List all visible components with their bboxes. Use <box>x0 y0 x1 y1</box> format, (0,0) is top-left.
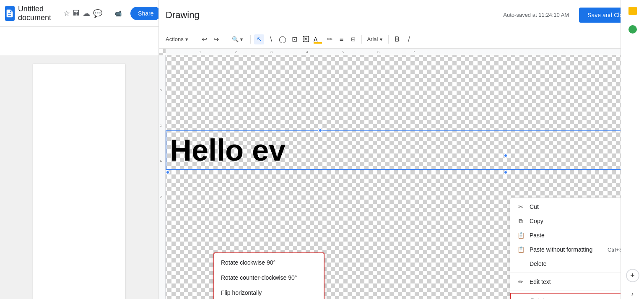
image-tool-icon[interactable]: 🖼 <box>301 34 311 44</box>
paste-label: Paste <box>530 232 545 239</box>
selection-handle-bottom-right[interactable] <box>504 170 508 174</box>
autosaved-text: Auto-saved at 11:24:10 AM <box>503 12 569 18</box>
paste-no-format-icon: 📋 <box>517 246 525 253</box>
meet-icon[interactable]: 📹 <box>110 6 125 21</box>
line-tool-icon[interactable]: \ <box>266 34 276 44</box>
selection-handle-top[interactable] <box>318 128 322 133</box>
copy-label: Copy <box>530 218 543 224</box>
top-bar: Untitled document ☆ 🖬 ☁ 💬 📹 Share <box>0 0 158 27</box>
delete-icon <box>517 260 525 268</box>
rotate-ccw-label: Rotate counter-clockwise 90° <box>221 274 297 281</box>
shape-tool-icon[interactable]: ◯ <box>278 34 288 44</box>
border-color-icon[interactable]: ✏ <box>325 34 335 44</box>
cloud-icon[interactable]: ☁ <box>83 9 90 18</box>
panel-icon-2[interactable] <box>625 22 640 37</box>
fill-color-icon[interactable]: A <box>313 34 323 44</box>
undo-icon[interactable]: ↩ <box>200 34 210 44</box>
paste-no-format-label: Paste without formatting <box>530 246 592 253</box>
rotate-cw-label: Rotate clockwise 90° <box>221 259 275 266</box>
rotate-cw-item[interactable]: Rotate clockwise 90° <box>214 255 324 270</box>
toolbar-separator-1 <box>196 35 196 44</box>
actions-button[interactable]: Actions ▼ <box>162 34 192 44</box>
add-panel-button[interactable]: + <box>626 269 639 282</box>
doc-top-bars: Untitled document ☆ 🖬 ☁ 💬 📹 Share <box>0 0 158 55</box>
save-icon[interactable]: 🖬 <box>73 9 80 18</box>
redo-icon[interactable]: ↪ <box>211 34 221 44</box>
toolbar-separator-5 <box>388 35 389 44</box>
comment-icon[interactable]: 💬 <box>90 6 105 21</box>
font-selector[interactable]: Arial ▼ <box>365 35 385 43</box>
actions-label: Actions <box>166 36 184 42</box>
toolbar-separator-2 <box>225 35 225 44</box>
ruler-vertical: 2 3 4 5 <box>159 55 166 299</box>
selection-handle-bottom-left[interactable] <box>166 170 170 174</box>
drawing-header: Drawing Auto-saved at 11:24:10 AM Save a… <box>159 0 644 30</box>
italic-icon[interactable]: I <box>404 34 414 44</box>
zoom-label: 🔍 <box>232 36 239 42</box>
doc-page <box>33 64 125 299</box>
star-icon[interactable]: ☆ <box>63 9 70 18</box>
textbox-tool-icon[interactable]: ⊡ <box>289 34 299 44</box>
align-left-icon[interactable]: ≡ <box>336 34 346 44</box>
doc-panel: Untitled document ☆ 🖬 ☁ 💬 📹 Share <box>0 0 158 299</box>
drawing-toolbar: Actions ▼ ↩ ↪ 🔍 ▼ ↖ \ ◯ ⊡ 🖼 A ✏ ≡ ⊟ Aria… <box>159 30 644 49</box>
share-button[interactable]: Share <box>130 7 161 20</box>
drawing-canvas[interactable]: 1 2 3 4 5 6 7 2 3 4 5 Hello ev ✂ <box>159 49 644 299</box>
canvas-text-element[interactable]: Hello ev <box>166 130 644 170</box>
panel-arrow-button[interactable]: › <box>628 289 638 299</box>
top-bar-left: Untitled document ☆ 🖬 ☁ <box>5 5 90 22</box>
doc-title: Untitled document <box>18 5 57 22</box>
zoom-button[interactable]: 🔍 ▼ <box>229 34 247 44</box>
font-name: Arial <box>367 36 378 42</box>
side-panels: + › <box>621 0 644 299</box>
cut-label: Cut <box>530 203 539 210</box>
doc-content <box>0 55 158 299</box>
font-dropdown-icon: ▼ <box>379 37 383 42</box>
edit-text-label: Edit text <box>530 278 551 285</box>
svg-text:A: A <box>314 36 318 43</box>
top-bar-icons: ☆ 🖬 ☁ <box>63 9 90 18</box>
select-tool-icon[interactable]: ↖ <box>254 34 264 44</box>
cut-icon: ✂ <box>517 203 525 211</box>
zoom-dropdown: ▼ <box>239 37 244 42</box>
ruler-horizontal: 1 2 3 4 5 6 7 <box>166 49 644 55</box>
drawing-title: Drawing <box>166 10 200 21</box>
flip-horizontal-label: Flip horizontally <box>221 289 262 296</box>
drawing-dialog: Drawing Auto-saved at 11:24:10 AM Save a… <box>158 0 644 299</box>
svg-rect-1 <box>314 42 322 44</box>
teal-panel-indicator <box>628 25 637 34</box>
copy-icon: ⧉ <box>517 217 525 225</box>
rotate-submenu: Rotate clockwise 90° Rotate counter-cloc… <box>213 252 325 299</box>
rotate-menu-icon <box>518 297 525 299</box>
paste-icon: 📋 <box>517 231 525 239</box>
docs-app-icon <box>5 6 15 21</box>
bold-icon[interactable]: B <box>392 34 402 44</box>
delete-label: Delete <box>530 260 546 267</box>
align-right-icon[interactable]: ⊟ <box>348 34 358 44</box>
flip-horizontal-item[interactable]: Flip horizontally <box>214 285 324 299</box>
rotate-ccw-item[interactable]: Rotate counter-clockwise 90° <box>214 270 324 285</box>
toolbar-separator-4 <box>361 35 362 44</box>
toolbar-separator-3 <box>250 35 251 44</box>
panel-icon-1[interactable] <box>625 3 640 18</box>
selection-handle-right[interactable] <box>504 153 508 158</box>
yellow-panel-indicator <box>628 7 637 15</box>
rotate-label: Rotate <box>530 297 548 299</box>
edit-text-icon: ✏ <box>517 278 525 286</box>
actions-dropdown-icon: ▼ <box>184 37 189 42</box>
